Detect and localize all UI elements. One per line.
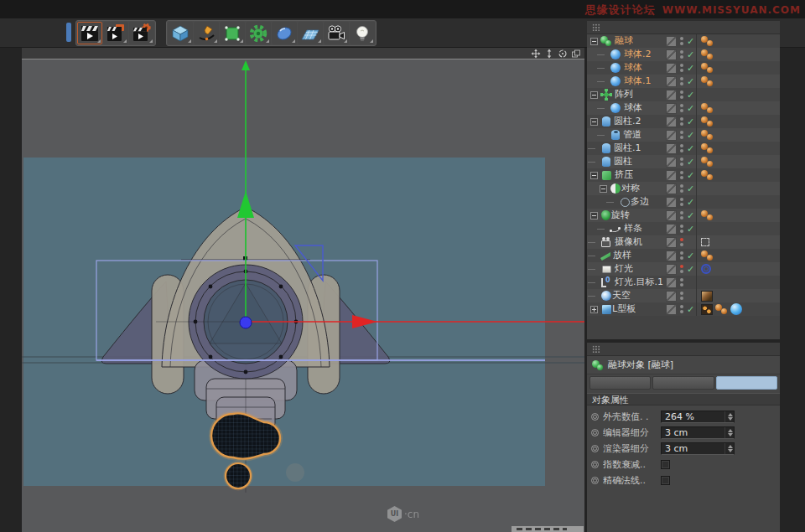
layer-color-swatch[interactable] <box>666 197 677 208</box>
tag-sphere[interactable] <box>730 303 742 315</box>
tag-camview[interactable] <box>701 238 709 246</box>
light-button[interactable] <box>350 22 375 44</box>
object-label[interactable]: 样条 <box>624 222 642 235</box>
layer-color-swatch[interactable] <box>666 304 677 315</box>
field-checkbox[interactable] <box>661 476 670 485</box>
deformers-button[interactable] <box>246 22 271 44</box>
visibility-dots[interactable] <box>678 224 685 234</box>
viewport[interactable]: UI ·cn <box>22 48 584 532</box>
spline-pen-button[interactable] <box>194 22 219 44</box>
visibility-dots[interactable] <box>678 130 685 140</box>
layer-color-swatch[interactable] <box>666 237 677 248</box>
stepper-arrows-icon[interactable] <box>724 427 734 438</box>
visibility-dots[interactable] <box>678 197 685 207</box>
viewport-scene[interactable] <box>22 60 584 532</box>
object-label[interactable]: 旋转 <box>611 209 630 222</box>
object-label[interactable]: 阵列 <box>615 88 633 101</box>
object-label[interactable]: 摄像机 <box>615 235 642 249</box>
visibility-dots[interactable] <box>678 49 685 59</box>
tag-mat[interactable] <box>701 170 714 181</box>
visibility-dots[interactable] <box>678 36 685 46</box>
layer-color-swatch[interactable] <box>666 76 677 87</box>
object-row[interactable]: 多边 <box>587 195 780 209</box>
expand-toggle-icon[interactable] <box>590 252 598 260</box>
tag-tex[interactable] <box>701 291 713 302</box>
layer-color-swatch[interactable] <box>666 170 677 181</box>
expand-toggle-icon[interactable] <box>600 78 607 85</box>
object-label[interactable]: 放样 <box>613 249 631 262</box>
layer-color-swatch[interactable] <box>666 277 677 288</box>
viewport-pan-icon[interactable] <box>530 49 541 59</box>
tag-mat[interactable] <box>701 116 714 127</box>
stepper-arrows-icon[interactable] <box>724 443 734 454</box>
tag-mat[interactable] <box>701 210 714 221</box>
expand-toggle-icon[interactable] <box>590 292 598 300</box>
layer-color-swatch[interactable] <box>666 49 677 60</box>
object-label[interactable]: 灯光 <box>615 262 633 276</box>
value-input[interactable]: 3 cm <box>661 442 735 455</box>
volume-object-button[interactable] <box>272 22 297 44</box>
add-primitive-cube-button[interactable] <box>168 22 193 44</box>
expand-toggle-icon[interactable] <box>590 91 598 99</box>
object-row[interactable]: 球体 <box>587 61 780 75</box>
metaball-small[interactable] <box>226 463 251 488</box>
object-row[interactable]: 圆柱 <box>587 155 780 168</box>
object-label[interactable]: 圆柱.1 <box>614 142 641 155</box>
keyframe-ring-icon[interactable] <box>591 461 599 468</box>
visibility-dots[interactable] <box>678 264 685 274</box>
visibility-dots[interactable] <box>678 103 685 113</box>
expand-toggle-icon[interactable] <box>590 172 598 179</box>
keyframe-ring-icon[interactable] <box>591 413 599 421</box>
object-row[interactable]: 样条 <box>587 222 780 235</box>
viewport-zoom-icon[interactable] <box>543 49 554 59</box>
object-row[interactable]: 旋转 <box>587 209 780 222</box>
tag-mat[interactable] <box>701 103 714 114</box>
visibility-dots[interactable] <box>678 291 685 301</box>
expand-toggle-icon[interactable] <box>590 239 598 246</box>
expand-toggle-icon[interactable] <box>600 65 607 72</box>
tag-target[interactable] <box>701 264 711 274</box>
object-row[interactable]: 天空 <box>587 289 780 302</box>
panel-grip-icon[interactable] <box>592 23 600 32</box>
visibility-dots[interactable] <box>678 76 685 86</box>
object-row[interactable]: 管道 <box>587 128 780 142</box>
object-row[interactable]: L型板 <box>587 302 780 316</box>
object-row[interactable]: 挤压 <box>587 168 780 182</box>
attribute-tab[interactable] <box>652 376 714 390</box>
tag-tex2[interactable] <box>701 304 713 315</box>
expand-toggle-icon[interactable] <box>590 118 598 126</box>
object-row[interactable]: 圆柱.1 <box>587 142 780 155</box>
field-value[interactable]: 3 cm <box>662 443 724 454</box>
expand-toggle-icon[interactable] <box>590 266 598 273</box>
object-row[interactable]: 阵列 <box>587 88 780 101</box>
object-label[interactable]: 天空 <box>612 289 631 302</box>
origin-handle[interactable] <box>240 317 252 328</box>
tag-mat[interactable] <box>701 36 714 47</box>
visibility-dots[interactable] <box>678 277 685 287</box>
object-row[interactable]: 球体.1 <box>587 75 780 88</box>
layer-color-swatch[interactable] <box>666 157 677 168</box>
layer-color-swatch[interactable] <box>666 143 677 154</box>
object-label[interactable]: L型板 <box>612 302 636 316</box>
object-row[interactable]: 球体.2 <box>587 48 780 61</box>
object-row[interactable]: 灯光 <box>587 262 780 276</box>
object-label[interactable]: 球体.2 <box>624 48 652 61</box>
object-row[interactable]: 圆柱.2 <box>587 115 780 128</box>
attribute-tab[interactable] <box>589 376 651 390</box>
render-view-button[interactable] <box>77 22 102 44</box>
tag-mat[interactable] <box>701 49 714 60</box>
object-label[interactable]: 球体 <box>624 61 642 75</box>
render-settings-button[interactable] <box>129 22 154 44</box>
visibility-dots[interactable] <box>678 170 685 180</box>
attribute-section-header[interactable]: 对象属性 <box>587 393 780 405</box>
object-row[interactable]: 球体 <box>587 101 780 115</box>
expand-toggle-icon[interactable] <box>600 132 607 139</box>
object-label[interactable]: 圆柱.2 <box>614 115 641 128</box>
expand-toggle-icon[interactable] <box>590 306 598 313</box>
visibility-dots[interactable] <box>678 63 685 73</box>
object-label[interactable]: 多边 <box>631 195 649 209</box>
object-row[interactable]: 摄像机 <box>587 235 780 249</box>
expand-toggle-icon[interactable] <box>590 279 598 287</box>
visibility-dots[interactable] <box>678 90 685 100</box>
expand-toggle-icon[interactable] <box>590 38 598 45</box>
